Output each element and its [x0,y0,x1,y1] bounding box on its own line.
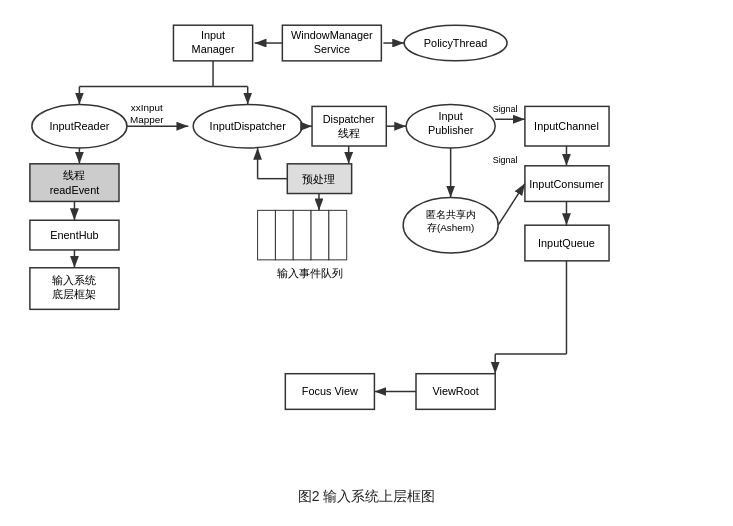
svg-rect-29 [258,210,276,260]
thread-read-event-label2: readEvent [50,184,100,196]
svg-rect-31 [293,210,311,260]
svg-rect-32 [311,210,329,260]
svg-rect-33 [329,210,347,260]
input-dispatcher-label: InputDispatcher [210,120,287,132]
input-framework-label2: 底层框架 [52,288,96,300]
svg-line-37 [498,184,525,226]
caption: 图2 输入系统上层框图 [20,488,713,506]
signal1-label: Signal [493,104,518,114]
input-channel-label: InputChannel [534,120,599,132]
input-queue-text: 输入事件队列 [277,267,343,279]
page-wrapper: Input Manager WindowManager Service Poli… [0,0,733,526]
input-publisher-label: Input [439,110,463,122]
wms-label2: Service [314,43,350,55]
svg-rect-30 [275,210,293,260]
thread-read-event-label: 线程 [63,169,85,181]
wms-label: WindowManager [291,29,373,41]
anon-shm-label2: 存(Ashem) [427,222,474,233]
enent-hub-label: EnentHub [50,229,98,241]
input-framework-label: 输入系统 [52,274,96,286]
input-queue-label: InputQueue [538,237,595,249]
signal2-label: Signal [493,155,518,165]
policy-thread-label: PolicyThread [424,37,487,49]
diagram-container: Input Manager WindowManager Service Poli… [20,10,713,480]
view-root-label: ViewRoot [432,385,478,397]
preprocess-label: 预处理 [302,173,335,185]
diagram-svg: Input Manager WindowManager Service Poli… [20,10,713,480]
input-manager-label: Input [201,29,225,41]
input-reader-label: InputReader [49,120,109,132]
xx-input-mapper-label: xxInput [131,102,163,113]
input-publisher-label2: Publisher [428,124,474,136]
xx-input-mapper-label2: Mapper [130,114,164,125]
input-consumer-label: InputConsumer [529,178,604,190]
anon-shm-label: 匿名共享内 [426,209,476,220]
dispatcher-thread-label: Dispatcher [323,113,375,125]
focus-view-label: Focus View [302,385,358,397]
input-manager-label2: Manager [192,43,235,55]
dispatcher-thread-label2: 线程 [338,127,360,139]
